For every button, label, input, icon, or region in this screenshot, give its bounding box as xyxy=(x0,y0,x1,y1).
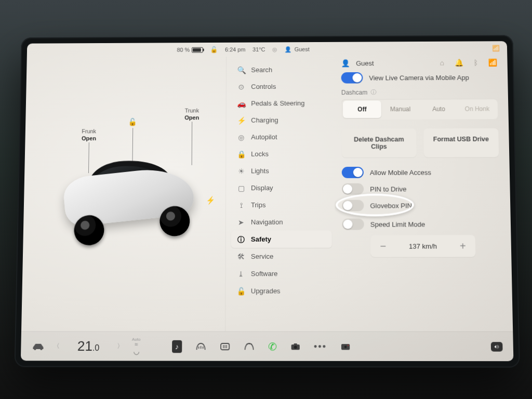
wifi-icon[interactable]: 📶 xyxy=(492,45,500,52)
delete-dashcam-button[interactable]: Delete Dashcam Clips xyxy=(341,128,416,157)
profile-chip[interactable]: 👤 Guest xyxy=(285,46,310,52)
info-icon[interactable]: ⓘ xyxy=(370,88,376,96)
music-icon[interactable]: ♪ xyxy=(172,340,182,352)
menu-icon: ➤ xyxy=(236,218,246,225)
dashcam-option-on-honk: On Honk xyxy=(458,100,497,118)
format-usb-button[interactable]: Format USB Drive xyxy=(423,128,499,157)
menu-icon: ⊙ xyxy=(237,83,246,90)
homelink-icon[interactable]: ⌂ xyxy=(440,59,445,67)
frunk-label: Frunk xyxy=(82,128,96,135)
speed-increment-button[interactable]: + xyxy=(450,235,475,257)
dashcam-label: Dashcam xyxy=(341,89,367,96)
menu-icon: ▢ xyxy=(236,184,246,192)
frunk-state: Open xyxy=(82,135,96,142)
outside-temp: 31°C xyxy=(252,46,265,52)
menu-item-service[interactable]: 🛠Service xyxy=(231,248,332,265)
menu-item-locks[interactable]: 🔒Locks xyxy=(231,145,331,163)
label-pin-to-drive: PIN to Drive xyxy=(370,185,406,193)
toggle-glovebox-pin[interactable] xyxy=(342,200,364,211)
trunk-label: Trunk xyxy=(185,108,200,114)
svg-rect-3 xyxy=(294,343,297,345)
menu-icon: ☀ xyxy=(236,167,246,175)
wifi-icon[interactable]: 📶 xyxy=(488,58,497,66)
temp-up[interactable]: 〉 xyxy=(114,342,126,351)
defrost-front-icon[interactable] xyxy=(195,341,206,351)
menu-icon: 🚗 xyxy=(236,100,246,107)
menu-label: Pedals & Steering xyxy=(251,99,304,107)
safety-settings: 👤 Guest ⌂ 🔔 ᛒ 📶 View Live Camera via Mob… xyxy=(334,56,513,331)
menu-item-display[interactable]: ▢Display xyxy=(231,179,331,196)
car-panel: Frunk Open Trunk Open 🔓 ⚡ xyxy=(21,57,226,331)
menu-item-pedals-steering[interactable]: 🚗Pedals & Steering xyxy=(232,95,331,112)
more-icon[interactable]: ••• xyxy=(314,342,327,351)
menu-label: Display xyxy=(251,184,273,192)
battery-icon xyxy=(192,47,203,52)
charge-port-icon[interactable]: ⚡ xyxy=(206,195,215,205)
menu-item-upgrades[interactable]: 🔓Upgrades xyxy=(231,282,332,299)
volume-icon[interactable] xyxy=(491,342,503,351)
bluetooth-icon[interactable]: ᛒ xyxy=(474,59,478,67)
dashcam-segmented: OffManualAutoOn Honk xyxy=(341,99,498,119)
svg-point-5 xyxy=(344,345,346,348)
menu-icon: ⓘ xyxy=(236,235,246,243)
toggle-pin-to-drive[interactable] xyxy=(342,183,364,195)
bottom-dock: 〈 21.0 〉 Auto ≋ ◟◞ ♪ ✆ ••• xyxy=(21,331,514,361)
speed-limit-value: 137 km/h xyxy=(395,242,450,250)
car-illustration: ⚡ xyxy=(50,143,214,251)
phone-icon[interactable]: ✆ xyxy=(268,341,277,351)
menu-label: Service xyxy=(251,252,274,260)
trunk-callout[interactable]: Trunk Open xyxy=(184,108,199,122)
speed-decrement-button[interactable]: − xyxy=(370,235,396,257)
menu-label: Lights xyxy=(251,167,269,175)
menu-label: Navigation xyxy=(251,218,283,226)
dashcam-option-off[interactable]: Off xyxy=(343,101,381,118)
menu-label: Upgrades xyxy=(251,287,281,295)
menu-item-charging[interactable]: ⚡Charging xyxy=(231,112,331,129)
menu-item-trips[interactable]: ⟟Trips xyxy=(231,196,331,214)
menu-item-controls[interactable]: ⊙Controls xyxy=(232,78,331,95)
menu-item-navigation[interactable]: ➤Navigation xyxy=(231,214,332,231)
car-icon[interactable] xyxy=(31,342,45,350)
menu-icon: 🔓 xyxy=(236,287,246,295)
camera-icon[interactable] xyxy=(290,343,300,350)
frunk-callout[interactable]: Frunk Open xyxy=(82,128,96,142)
person-icon: 👤 xyxy=(285,46,292,53)
touchscreen-frame: 80 % 🔓 6:24 pm 31°C ◎ 👤 Guest 📶 Frunk Op… xyxy=(15,35,520,367)
menu-icon: ⤓ xyxy=(236,270,246,277)
battery-percent: 80 % xyxy=(177,47,190,53)
menu-item-lights[interactable]: ☀Lights xyxy=(231,162,331,179)
menu-label: Autopilot xyxy=(251,133,277,141)
menu-label: Controls xyxy=(251,83,276,90)
temp-down[interactable]: 〈 xyxy=(50,342,62,351)
sentry-icon[interactable]: ◎ xyxy=(272,46,277,53)
lock-callout[interactable]: 🔓 xyxy=(128,118,137,127)
menu-item-software[interactable]: ⤓Software xyxy=(231,265,332,282)
wiper-icon[interactable] xyxy=(244,341,254,351)
menu-label: Charging xyxy=(251,116,278,124)
label-live-camera: View Live Camera via Mobile App xyxy=(369,74,469,82)
toggle-speed-limit-mode[interactable] xyxy=(342,219,364,230)
content-user: Guest xyxy=(356,59,374,67)
toggle-live-camera[interactable] xyxy=(341,72,363,84)
clock: 6:24 pm xyxy=(225,46,245,52)
dashcam-icon[interactable] xyxy=(341,343,350,350)
menu-icon: ◎ xyxy=(236,134,246,141)
menu-item-safety[interactable]: ⓘSafety xyxy=(231,231,332,248)
settings-menu: 🔍Search⊙Controls🚗Pedals & Steering⚡Charg… xyxy=(225,56,335,331)
menu-item-search[interactable]: 🔍Search xyxy=(232,61,331,78)
menu-icon: 🔍 xyxy=(237,66,246,74)
menu-icon: 🛠 xyxy=(236,253,246,260)
toggle-mobile-access[interactable] xyxy=(342,167,364,178)
defrost-rear-icon[interactable] xyxy=(220,342,230,350)
dashcam-option-manual[interactable]: Manual xyxy=(381,100,420,118)
menu-item-autopilot[interactable]: ◎Autopilot xyxy=(231,128,331,145)
dashcam-option-auto[interactable]: Auto xyxy=(419,100,458,118)
profile-name: Guest xyxy=(295,46,310,52)
battery-indicator[interactable]: 80 % xyxy=(177,47,203,53)
label-speed-limit-mode: Speed Limit Mode xyxy=(370,220,425,228)
lock-icon[interactable]: 🔓 xyxy=(210,46,218,54)
cabin-temp[interactable]: 21.0 xyxy=(77,338,100,355)
menu-label: Locks xyxy=(251,150,269,158)
seat-heater-driver[interactable]: Auto ≋ ◟◞ xyxy=(132,338,141,355)
bell-icon[interactable]: 🔔 xyxy=(455,59,463,67)
